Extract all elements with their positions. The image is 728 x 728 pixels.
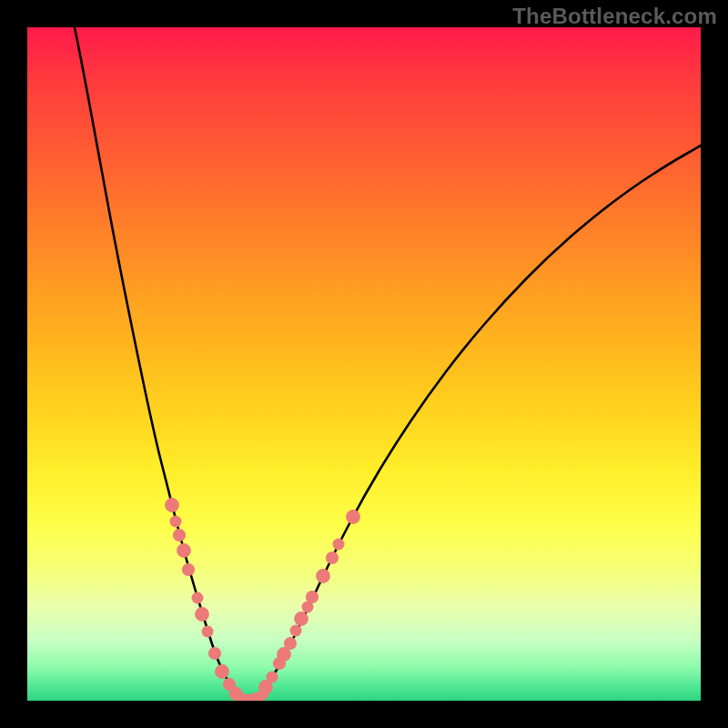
left-curve bbox=[75, 27, 248, 701]
data-dot bbox=[195, 607, 209, 622]
data-dot bbox=[267, 672, 278, 683]
data-dot bbox=[173, 529, 186, 541]
data-dot bbox=[326, 551, 339, 564]
data-dot bbox=[215, 664, 229, 679]
data-dot bbox=[306, 591, 318, 603]
data-dot bbox=[284, 637, 297, 650]
curves-svg bbox=[27, 27, 701, 701]
data-dot bbox=[290, 625, 302, 637]
right-curve bbox=[248, 146, 701, 701]
watermark-text: TheBottleneck.com bbox=[512, 4, 717, 29]
data-dot bbox=[165, 498, 179, 512]
data-dot bbox=[346, 510, 360, 524]
data-dot bbox=[294, 612, 308, 626]
data-dot bbox=[170, 516, 182, 528]
data-dot bbox=[202, 626, 214, 638]
plot-area bbox=[27, 27, 701, 701]
data-dot bbox=[177, 543, 191, 558]
data-dot bbox=[182, 563, 195, 576]
dots-group bbox=[165, 498, 360, 701]
data-dot bbox=[192, 592, 204, 604]
data-dot bbox=[316, 569, 330, 583]
data-dot bbox=[333, 539, 345, 551]
data-dot bbox=[208, 647, 221, 660]
chart-frame: TheBottleneck.com bbox=[0, 0, 728, 728]
